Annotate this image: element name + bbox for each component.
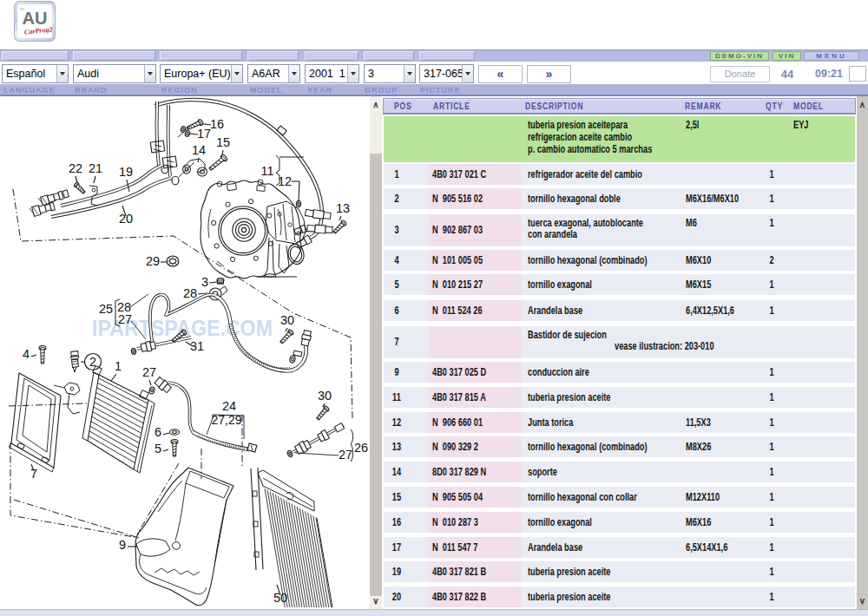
svg-text:5: 5 xyxy=(155,442,161,455)
svg-text:14: 14 xyxy=(192,143,206,157)
svg-text:22: 22 xyxy=(69,161,82,175)
svg-text:26: 26 xyxy=(354,441,368,455)
svg-text:27: 27 xyxy=(339,448,352,462)
svg-text:19: 19 xyxy=(119,165,133,179)
svg-text:4: 4 xyxy=(23,347,30,361)
svg-text:13: 13 xyxy=(336,201,350,215)
svg-text:24: 24 xyxy=(222,399,236,413)
svg-text:9: 9 xyxy=(119,538,126,552)
svg-text:3: 3 xyxy=(201,275,208,289)
svg-text:16: 16 xyxy=(210,117,224,131)
svg-text:6: 6 xyxy=(155,425,161,439)
svg-text:17: 17 xyxy=(197,127,211,141)
svg-text:21: 21 xyxy=(89,161,102,175)
svg-text:15: 15 xyxy=(216,135,230,149)
svg-text:11: 11 xyxy=(260,164,273,178)
svg-text:12: 12 xyxy=(278,174,292,188)
svg-text:25: 25 xyxy=(99,302,113,316)
svg-text:50: 50 xyxy=(273,591,287,605)
svg-text:30: 30 xyxy=(318,389,332,403)
svg-text:28: 28 xyxy=(183,286,197,300)
svg-text:27: 27 xyxy=(142,365,156,379)
svg-text:1: 1 xyxy=(115,359,122,373)
svg-text:30: 30 xyxy=(280,313,294,327)
svg-text:7: 7 xyxy=(30,467,37,481)
svg-text:27,29: 27,29 xyxy=(211,413,241,427)
svg-text:29: 29 xyxy=(146,254,160,268)
svg-text:27: 27 xyxy=(118,312,132,326)
svg-text:20: 20 xyxy=(119,212,133,226)
